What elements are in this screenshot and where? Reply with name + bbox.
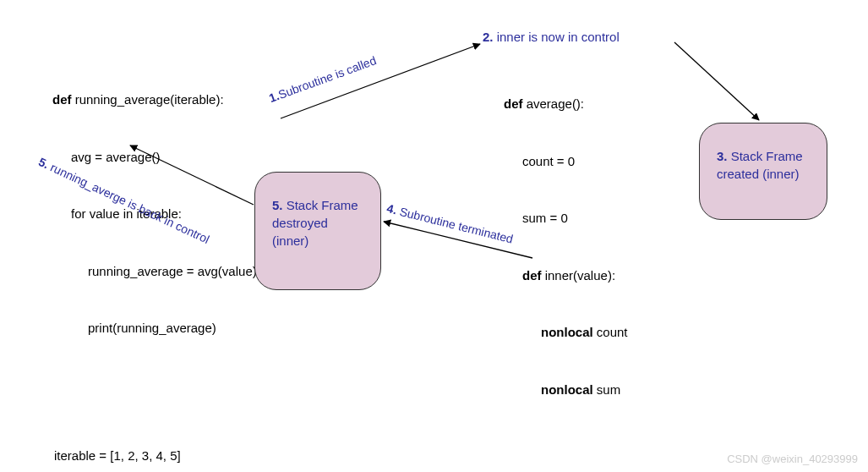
left-code-line-2: avg = average()	[52, 148, 257, 167]
right-code-line-1: def average():	[504, 95, 636, 114]
annotation-3-num: 3.	[717, 149, 728, 163]
left-code-line-5: print(running_average)	[52, 319, 257, 338]
right-code-line-4: def inner(value):	[504, 266, 636, 286]
annotation-5box-text: Stack Frame destroyed (inner)	[272, 198, 358, 248]
bottom-code-line-1: iterable = [1, 2, 3, 4, 5]	[54, 447, 199, 466]
right-code-line-5: nonlocal count	[504, 323, 636, 343]
right-code-line-6: nonlocal sum	[504, 381, 636, 400]
right-code-line-2: count = 0	[504, 152, 636, 172]
annotation-4-text: Subroutine terminated	[395, 204, 514, 246]
annotation-2-text: inner is now in control	[494, 30, 620, 44]
bottom-code-block: iterable = [1, 2, 3, 4, 5] running_avera…	[54, 409, 199, 472]
left-code-line-4: running_average = avg(value)	[52, 262, 257, 282]
stack-frame-created-box: 3. Stack Frame created (inner)	[699, 123, 827, 220]
annotation-4: 4. Subroutine terminated	[385, 201, 515, 246]
annotation-5box-num: 5.	[272, 198, 283, 212]
annotation-1: 1.Subroutine is called	[267, 53, 378, 105]
annotation-1-text: Subroutine is called	[276, 53, 378, 102]
annotation-2-num: 2.	[483, 30, 494, 44]
annotation-3-text: Stack Frame created (inner)	[717, 149, 803, 181]
stack-frame-destroyed-box: 5. Stack Frame destroyed (inner)	[254, 172, 381, 290]
watermark: CSDN @weixin_40293999	[727, 453, 858, 465]
left-code-l1-rest: running_average(iterable):	[75, 92, 224, 107]
right-code-block: def average(): count = 0 sum = 0 def inn…	[504, 57, 636, 472]
annotation-2: 2. inner is now in control	[483, 30, 620, 44]
left-code-block: def running_average(iterable): avg = ave…	[52, 52, 257, 357]
left-code-line-1: def running_average(iterable):	[52, 91, 257, 110]
arrow-2-to-3	[674, 42, 759, 120]
right-code-line-3: sum = 0	[504, 209, 636, 228]
